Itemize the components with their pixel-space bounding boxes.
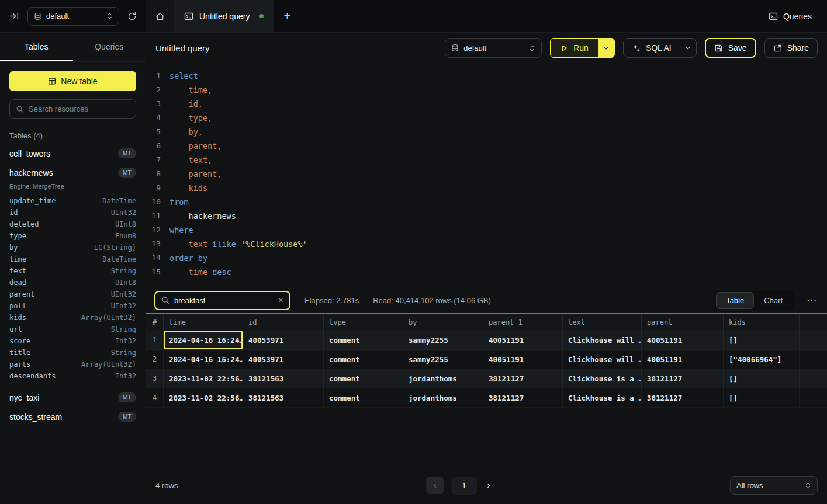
column-row[interactable]: urlString [9,324,136,335]
code-line[interactable]: 5 by, [146,125,827,139]
run-button[interactable]: Run [551,39,598,57]
column-row[interactable]: typeEnum8 [9,230,136,242]
column-header[interactable]: by [403,314,483,331]
table-row[interactable]: 32023-11-02 22:56…38121563commentjordant… [146,369,827,388]
code-line[interactable]: 8 parent, [146,167,827,181]
table-cell[interactable]: 2 [146,350,164,369]
code-line[interactable]: 7 text, [146,153,827,167]
column-header[interactable]: text [563,314,642,331]
table-cell[interactable]: 38121563 [243,388,324,407]
code-line[interactable]: 11 hackernews [146,209,827,223]
column-row[interactable]: deletedUInt8 [9,218,136,230]
code-line[interactable]: 3 id, [146,97,827,111]
table-cell[interactable]: comment [324,331,403,349]
table-item[interactable]: stocks_streamMT [9,407,136,426]
sidebar-tab-tables[interactable]: Tables [0,33,73,61]
table-cell[interactable]: comment [324,350,403,369]
column-row[interactable]: deadUInt8 [9,277,136,289]
clear-search-button[interactable]: ✕ [278,297,283,304]
column-row[interactable]: byLC(String) [9,242,136,253]
table-cell[interactable]: 40051191 [483,350,563,369]
table-cell[interactable]: 38121127 [483,369,563,388]
view-toggle-chart[interactable]: Chart [754,292,793,309]
resource-search-input[interactable] [29,105,130,113]
new-tab-button[interactable]: + [274,0,300,32]
query-database-selector[interactable]: default [445,38,542,58]
queries-link[interactable]: Queries [769,12,812,21]
table-cell[interactable]: 40051191 [483,331,563,349]
new-table-button[interactable]: New table [9,71,136,91]
previous-page-button[interactable]: ‹ [426,477,444,494]
table-cell[interactable]: 1 [146,331,164,349]
topbar-database-selector[interactable]: default [27,7,119,26]
code-line[interactable]: 6 parent, [146,139,827,153]
table-cell[interactable]: 38121563 [243,369,324,388]
column-row[interactable]: update_timeDateTime [9,195,136,207]
column-row[interactable]: timeDateTime [9,253,136,265]
rows-per-page-selector[interactable]: All rows [730,476,818,495]
view-toggle-table[interactable]: Table [716,292,754,309]
code-line[interactable]: 2 time, [146,83,827,97]
code-line[interactable]: 1select [146,69,827,83]
share-button[interactable]: Share [764,38,818,58]
more-options-button[interactable]: ⋯ [804,294,819,307]
tab-home[interactable] [146,0,174,32]
code-line[interactable]: 13 text ilike '%ClickHouse%' [146,237,827,251]
code-line[interactable]: 10from [146,195,827,209]
column-header[interactable]: type [324,314,403,331]
next-page-button[interactable]: › [485,478,492,493]
table-row[interactable]: 12024-04-16 16:24…40053971commentsammy22… [146,331,827,350]
column-row[interactable]: partsArray(UInt32) [9,359,136,370]
table-cell[interactable]: 4 [146,388,164,407]
table-item[interactable]: hackernewsMT [9,163,136,182]
table-cell[interactable]: 2024-04-16 16:24… [164,350,243,369]
column-row[interactable]: pollUInt32 [9,300,136,312]
column-header[interactable]: parent [642,314,724,331]
table-cell[interactable]: [] [724,331,800,349]
table-cell[interactable]: 3 [146,369,164,388]
page-number[interactable]: 1 [451,477,477,495]
column-header[interactable]: # [146,314,164,331]
sidebar-tab-queries[interactable]: Queries [73,33,146,61]
column-row[interactable]: descendantsInt32 [9,370,136,382]
sql-ai-options-button[interactable] [680,39,696,57]
table-cell[interactable]: sammy2255 [403,331,483,349]
table-cell[interactable]: ["40066964"] [724,350,800,369]
column-header[interactable]: id [243,314,324,331]
table-cell[interactable]: Clickhouse will … [563,331,642,349]
column-row[interactable]: idUInt32 [9,207,136,218]
table-cell[interactable]: Clickhouse is a … [563,369,642,388]
column-row[interactable]: parentUInt32 [9,289,136,300]
column-header[interactable]: time [164,314,243,331]
column-header[interactable]: kids [724,314,800,331]
table-cell[interactable]: jordanthoms [403,369,483,388]
save-button[interactable]: Save [705,38,756,58]
table-cell[interactable]: 38121127 [483,388,563,407]
code-line[interactable]: 4 type, [146,111,827,125]
table-cell[interactable]: comment [324,369,403,388]
table-row[interactable]: 42023-11-02 22:56…38121563commentjordant… [146,388,827,408]
code-line[interactable]: 15 time desc [146,265,827,279]
table-cell[interactable]: Clickhouse is a … [563,388,642,407]
table-cell[interactable]: 38121127 [642,388,724,407]
table-item[interactable]: cell_towersMT [9,144,136,163]
table-cell[interactable]: [] [724,388,800,407]
column-header[interactable]: parent_1 [483,314,563,331]
run-options-button[interactable] [598,39,614,57]
table-cell[interactable]: 40051191 [642,350,724,369]
table-cell[interactable]: comment [324,388,403,407]
column-row[interactable]: scoreInt32 [9,335,136,347]
results-search[interactable]: breakfast ✕ [154,291,290,310]
table-cell[interactable]: 40051191 [642,331,724,349]
tab-untitled-query[interactable]: Untitled query [174,0,274,32]
column-row[interactable]: kidsArray(UInt32) [9,312,136,324]
table-cell[interactable]: 40053971 [243,331,324,349]
code-line[interactable]: 9 kids [146,181,827,195]
table-cell[interactable]: 40053971 [243,350,324,369]
column-row[interactable]: titleString [9,347,136,359]
sql-editor[interactable]: 1select2 time,3 id,4 type,5 by,6 parent,… [146,63,827,287]
table-cell[interactable]: sammy2255 [403,350,483,369]
table-cell[interactable]: 2024-04-16 16:24… [164,331,243,349]
table-cell[interactable]: [] [724,369,800,388]
sql-ai-button[interactable]: SQL AI [624,39,680,57]
